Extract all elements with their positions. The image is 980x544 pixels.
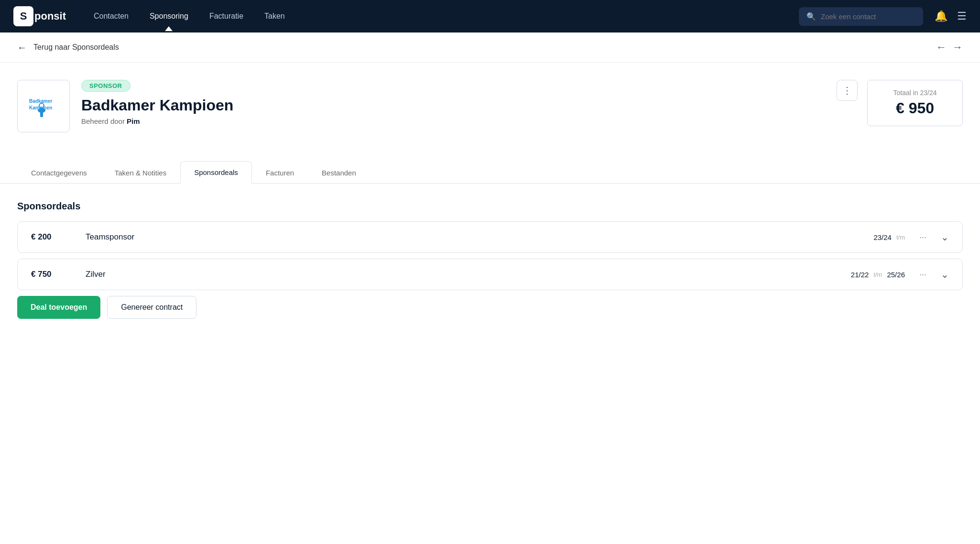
prev-record-arrow[interactable]: ← <box>936 41 947 54</box>
deal-row: € 200 Teamsponsor 23/24 t/m ··· ⌄ <box>17 221 963 253</box>
deal-more-options-1[interactable]: ··· <box>916 232 929 242</box>
contact-info: SPONSOR Badkamer Kampioen Beheerd door P… <box>81 80 825 125</box>
navbar: S ponsit Contacten Sponsoring Facturatie… <box>0 0 980 33</box>
more-options-button[interactable]: ⋮ <box>837 80 858 101</box>
contact-logo-box: Badkamer Kampioen <box>17 80 70 132</box>
main-content: Badkamer Kampioen SPONSOR Badkamer Kampi… <box>0 63 980 544</box>
generate-contract-button[interactable]: Genereer contract <box>107 296 196 319</box>
deal-name-1: Teamsponsor <box>86 232 862 242</box>
nav-icon-group: 🔔 ☰ <box>935 10 967 22</box>
search-bar[interactable]: 🔍 <box>799 7 923 26</box>
tab-sponsordeals[interactable]: Sponsordeals <box>180 161 252 184</box>
contact-managed: Beheerd door Pim <box>81 117 825 125</box>
deal-actions: Deal toevoegen Genereer contract <box>17 296 963 319</box>
search-input[interactable] <box>821 12 915 21</box>
nav-link-facturatie[interactable]: Facturatie <box>201 8 252 24</box>
breadcrumb-label: Terug naar Sponsordeals <box>33 43 119 52</box>
deal-row: € 750 Zilver 21/22 t/m 25/26 ··· ⌄ <box>17 259 963 290</box>
logo[interactable]: S ponsit <box>13 6 66 26</box>
breadcrumb-nav: ← → <box>936 41 963 54</box>
totaal-card: Totaal in 23/24 € 950 <box>867 80 963 126</box>
contact-actions: ⋮ Totaal in 23/24 € 950 <box>837 80 963 126</box>
tab-facturen[interactable]: Facturen <box>252 161 308 184</box>
deal-meta-2: 21/22 t/m 25/26 <box>851 271 905 279</box>
bell-icon: 🔔 <box>935 10 947 22</box>
menu-button[interactable]: ☰ <box>957 10 967 22</box>
deal-expand-1[interactable]: ⌄ <box>941 231 949 243</box>
deal-year-to-2: 25/26 <box>887 271 905 279</box>
sponsor-badge: SPONSOR <box>81 80 131 92</box>
svg-point-3 <box>38 108 45 113</box>
tab-taken-notities[interactable]: Taken & Notities <box>101 161 180 184</box>
contact-manager-name: Pim <box>127 117 140 125</box>
deal-meta-1: 23/24 t/m <box>873 233 905 241</box>
next-record-arrow[interactable]: → <box>952 41 963 54</box>
deal-amount-1: € 200 <box>31 232 74 242</box>
breadcrumb-left: ← Terug naar Sponsordeals <box>17 42 119 53</box>
section-title: Sponsordeals <box>17 201 963 212</box>
deal-expand-2[interactable]: ⌄ <box>941 269 949 280</box>
totaal-label: Totaal in 23/24 <box>885 89 945 97</box>
nav-links: Contacten Sponsoring Facturatie Taken <box>85 8 799 24</box>
tab-bestanden[interactable]: Bestanden <box>308 161 370 184</box>
deal-name-2: Zilver <box>86 270 839 279</box>
tab-contactgegevens[interactable]: Contactgegevens <box>17 161 101 184</box>
back-arrow-icon[interactable]: ← <box>17 42 27 53</box>
deal-year-from-1: 23/24 <box>873 233 892 241</box>
deal-tm-1: t/m <box>896 234 905 241</box>
nav-link-sponsoring[interactable]: Sponsoring <box>141 8 197 24</box>
notification-button[interactable]: 🔔 <box>935 10 947 22</box>
search-icon: 🔍 <box>806 12 816 21</box>
menu-icon: ☰ <box>957 10 967 22</box>
nav-link-taken[interactable]: Taken <box>256 8 294 24</box>
deal-year-from-2: 21/22 <box>851 271 869 279</box>
totaal-amount: € 950 <box>885 99 945 117</box>
tabs-bar: Contactgegevens Taken & Notities Sponsor… <box>0 144 980 184</box>
deal-amount-2: € 750 <box>31 270 74 279</box>
contact-name: Badkamer Kampioen <box>81 97 825 114</box>
logo-box: S <box>13 6 33 26</box>
add-deal-button[interactable]: Deal toevoegen <box>17 296 100 319</box>
contact-logo-image: Badkamer Kampioen <box>27 89 60 123</box>
nav-link-contacten[interactable]: Contacten <box>85 8 137 24</box>
breadcrumb-bar: ← Terug naar Sponsordeals ← → <box>0 33 980 63</box>
deal-more-options-2[interactable]: ··· <box>916 270 929 280</box>
contact-header: Badkamer Kampioen SPONSOR Badkamer Kampi… <box>0 63 980 132</box>
deal-tm-2: t/m <box>873 271 882 278</box>
sponsordeals-section: Sponsordeals € 200 Teamsponsor 23/24 t/m… <box>0 184 980 336</box>
brand-logo-svg: Badkamer Kampioen <box>27 89 60 123</box>
logo-text: ponsit <box>34 10 66 22</box>
